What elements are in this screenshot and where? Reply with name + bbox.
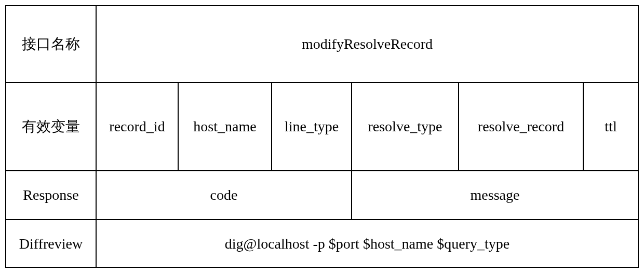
table-row: 有效变量 record_id host_name line_type resol…	[6, 83, 638, 171]
variable-cell: line_type	[272, 83, 352, 170]
table-row: Diffreview dig@localhost -p $port $host_…	[6, 220, 638, 268]
diffreview-value: dig@localhost -p $port $host_name $query…	[97, 220, 638, 268]
row-label: 接口名称	[6, 6, 97, 82]
row-label: Response	[6, 171, 97, 219]
table-row: Response code message	[6, 171, 638, 220]
api-spec-table: 接口名称 modifyResolveRecord 有效变量 record_id …	[5, 5, 639, 268]
variable-cell: host_name	[179, 83, 272, 170]
response-code-cell: code	[97, 171, 352, 219]
variable-cell: resolve_record	[459, 83, 584, 170]
response-message-cell: message	[352, 171, 638, 219]
row-label: 有效变量	[6, 83, 97, 170]
variable-cell: record_id	[97, 83, 179, 170]
row-label: Diffreview	[6, 220, 97, 268]
table-row: 接口名称 modifyResolveRecord	[6, 6, 638, 83]
variable-cell: ttl	[584, 83, 638, 170]
interface-name-value: modifyResolveRecord	[97, 6, 638, 82]
variable-cell: resolve_type	[352, 83, 459, 170]
